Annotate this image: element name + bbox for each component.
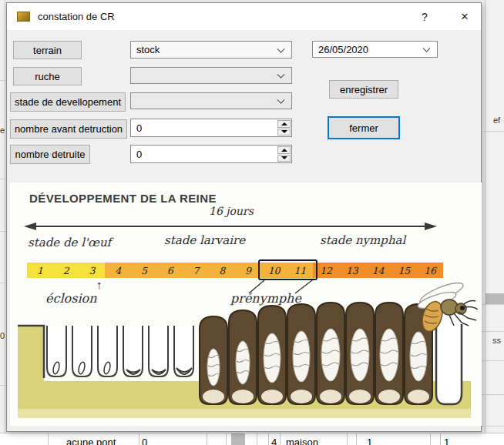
- close-window-button[interactable]: ✕: [453, 8, 476, 25]
- sheet-gridline: [485, 0, 486, 445]
- capped-cells: [200, 303, 432, 404]
- sheet-gridline: [0, 80, 6, 81]
- sheet-cell-text: 0: [142, 437, 147, 445]
- date-value: 26/05/2020: [318, 44, 368, 55]
- stage-label-larva: stade larvaire: [164, 233, 245, 247]
- constation-dialog: constation de CR ? ✕ terrain ruche stade…: [6, 2, 482, 432]
- sheet-cell-text: ss: [492, 336, 501, 345]
- app-icon: [17, 12, 30, 22]
- combobox-value: stock: [136, 44, 160, 55]
- sheet-gridline: [48, 433, 49, 445]
- count-before-spinner[interactable]: 0: [130, 119, 292, 137]
- count-destroyed-spinner[interactable]: 0: [130, 145, 292, 163]
- sheet-gridline: [482, 360, 504, 361]
- sheet-selected-cell: [231, 433, 245, 445]
- sheet-gridline: [0, 179, 6, 179]
- sheet-cell-text: e: [0, 125, 5, 135]
- spinner-value: 0: [136, 149, 142, 160]
- sheet-cell-text: ef: [493, 115, 500, 125]
- stage-label-egg: stade de l'œuf: [28, 236, 111, 249]
- sheet-gridline: [482, 131, 504, 132]
- spinner-value: 0: [136, 122, 142, 134]
- sheet-gridline: [226, 433, 227, 445]
- diagram-title: DÉVELOPPEMENT DE LA REINE: [29, 192, 217, 205]
- stage-combobox[interactable]: [130, 92, 292, 109]
- count-destroyed-button[interactable]: nombre detruite: [10, 145, 90, 164]
- sheet-gridline: [482, 331, 504, 332]
- chevron-down-icon: [277, 71, 285, 79]
- count-before-destruction-button[interactable]: nombre avant detruction: [10, 119, 127, 139]
- sheet-gridline: [280, 433, 281, 445]
- egg-cells: [47, 326, 117, 376]
- sheet-gridline: [139, 433, 139, 445]
- duration-label: 16 jours: [209, 205, 254, 217]
- sheet-gridline: [257, 433, 257, 445]
- larva-cells: [123, 326, 193, 376]
- sheet-gridline: [207, 433, 207, 445]
- ruche-button[interactable]: ruche: [13, 67, 82, 85]
- save-button[interactable]: enregistrer: [329, 80, 398, 99]
- sheet-selected-cell: [486, 293, 504, 304]
- sheet-cell-text: 1: [367, 437, 372, 445]
- dialog-title: constation de CR: [38, 11, 115, 22]
- sheet-gridline: [482, 426, 504, 427]
- comb-illustration: [10, 275, 482, 426]
- spinner-up-button[interactable]: [277, 146, 291, 154]
- spinner-buttons: [277, 146, 291, 162]
- date-picker[interactable]: 26/05/2020: [312, 41, 438, 58]
- sheet-cell-text: 4: [271, 437, 277, 445]
- chevron-down-icon: [277, 96, 285, 104]
- sheet-gridline: [347, 433, 348, 445]
- spinner-down-button[interactable]: [277, 155, 291, 162]
- sheet-cell-text: 1: [444, 437, 449, 445]
- chevron-down-icon: [423, 45, 431, 52]
- help-button[interactable]: ?: [413, 8, 436, 25]
- sheet-gridline: [356, 433, 357, 445]
- sheet-gridline: [482, 304, 504, 305]
- queen-development-image: DÉVELOPPEMENT DE LA REINE 16 jours stade…: [10, 182, 482, 426]
- sheet-gridline: [0, 231, 6, 232]
- sheet-cell-text: acune pont: [66, 437, 116, 445]
- title-bar: constation de CR ? ✕: [7, 3, 481, 30]
- sheet-gridline: [482, 394, 504, 395]
- sheet-gridline: [0, 385, 6, 386]
- spinner-buttons: [277, 120, 291, 136]
- sheet-gridline: [5, 0, 5, 445]
- stage-label-nymph: stade nymphal: [320, 233, 405, 247]
- terrain-button[interactable]: terrain: [13, 41, 82, 59]
- spinner-down-button[interactable]: [277, 129, 291, 136]
- close-dialog-button[interactable]: fermer: [328, 116, 400, 139]
- stock-combobox[interactable]: stock: [130, 41, 292, 59]
- spinner-up-button[interactable]: [277, 120, 291, 128]
- sheet-gridline: [430, 433, 431, 445]
- sheet-gridline: [268, 433, 269, 445]
- sheet-gridline: [0, 283, 6, 283]
- sheet-gridline: [440, 433, 441, 445]
- duration-arrow: [10, 219, 482, 233]
- ruche-combobox[interactable]: [130, 67, 292, 84]
- sheet-bottom-row: acune pont 0 4 maison 1 1: [0, 433, 504, 445]
- sheet-cell-text: maison: [286, 437, 318, 445]
- development-stage-button[interactable]: stade de devellopement: [10, 92, 126, 112]
- chevron-down-icon: [277, 45, 285, 52]
- sheet-cell-text: 0: [0, 331, 5, 340]
